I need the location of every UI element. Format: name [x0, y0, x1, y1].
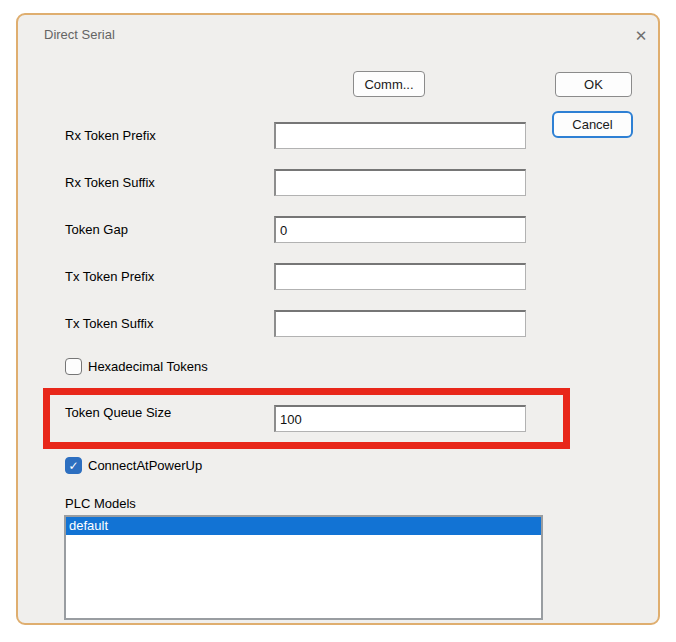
dialog-title: Direct Serial [44, 27, 115, 42]
cancel-button[interactable]: Cancel [552, 111, 633, 138]
tx-token-prefix-label: Tx Token Prefix [65, 269, 154, 285]
rx-token-prefix-input[interactable] [274, 122, 526, 149]
hexadecimal-tokens-label: Hexadecimal Tokens [88, 358, 208, 375]
tx-token-suffix-input[interactable] [274, 310, 526, 337]
connect-at-powerup-checkbox[interactable]: ✓ [65, 457, 82, 474]
tx-token-prefix-input[interactable] [274, 263, 526, 290]
connect-at-powerup-label: ConnectAtPowerUp [88, 457, 202, 474]
rx-token-suffix-input[interactable] [274, 169, 526, 196]
token-queue-size-input[interactable] [274, 405, 526, 432]
plc-models-label: PLC Models [65, 496, 136, 511]
hexadecimal-tokens-checkbox[interactable] [65, 358, 82, 375]
tx-token-suffix-label: Tx Token Suffix [65, 316, 153, 332]
direct-serial-dialog: Direct Serial ✕ Comm... OK Cancel Rx Tok… [16, 13, 660, 625]
comm-button[interactable]: Comm... [353, 71, 425, 97]
token-gap-input[interactable] [274, 216, 526, 243]
check-icon: ✓ [68, 459, 78, 473]
rx-token-suffix-label: Rx Token Suffix [65, 175, 155, 191]
close-icon[interactable]: ✕ [630, 25, 652, 47]
rx-token-prefix-label: Rx Token Prefix [65, 128, 156, 144]
plc-models-listbox[interactable]: default [64, 515, 543, 620]
list-item[interactable]: default [66, 517, 541, 535]
ok-button[interactable]: OK [555, 72, 632, 97]
token-queue-size-label: Token Queue Size [65, 405, 171, 421]
token-gap-label: Token Gap [65, 222, 128, 238]
